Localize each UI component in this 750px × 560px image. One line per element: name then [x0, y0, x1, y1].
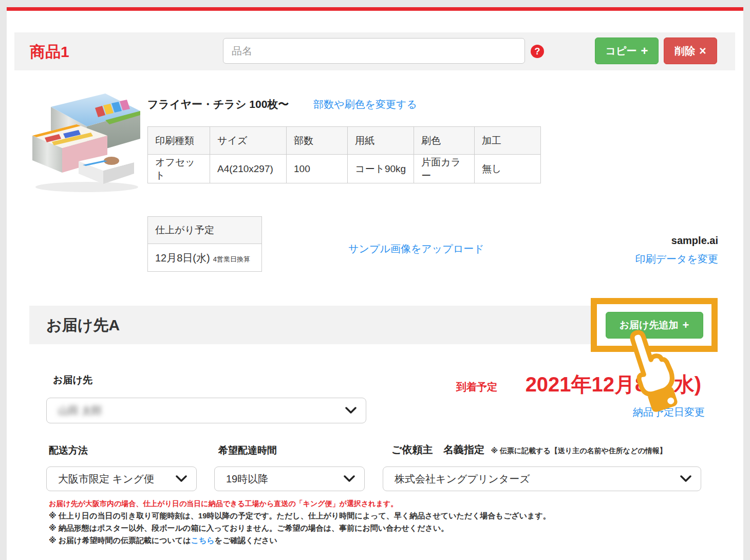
recipient-label: お届け先: [53, 374, 92, 387]
sender-value: 株式会社キングプリンターズ: [395, 472, 530, 486]
spec-value-row: オフセット A4(210x297) 100 コート90kg 片面カラー 無し: [148, 155, 541, 183]
copy-button[interactable]: コピー +: [595, 38, 659, 64]
spec-header: 印刷種類: [148, 127, 210, 155]
change-delivery-date-link[interactable]: 納品予定日変更: [633, 405, 705, 419]
chevron-down-icon: [680, 475, 691, 482]
plus-icon: +: [683, 319, 689, 332]
sender-select[interactable]: 株式会社キングプリンターズ: [383, 466, 701, 491]
finish-date-table: 仕上がり予定 12月8日(水) 4営業日換算: [147, 216, 262, 272]
sender-label: ご依頼主: [391, 444, 433, 455]
shipping-method-select[interactable]: 大阪市限定 キング便: [46, 466, 197, 491]
spec-value: オフセット: [148, 155, 210, 183]
recipient-value-blurred: 山田 太郎: [58, 404, 102, 418]
note-slip-post: をご確認ください: [215, 536, 277, 545]
spec-table: 印刷種類 サイズ 部数 用紙 刷色 加工 オフセット A4(210x297) 1…: [147, 126, 541, 183]
plus-icon: +: [641, 45, 648, 57]
highlight-annotation-box: お届け先追加 +: [591, 298, 718, 352]
note-pickup-time: ※ 仕上り日の当日の引き取り可能時刻は、19時以降の予定です。ただし、仕上がり時…: [49, 512, 717, 519]
spec-value: コート90kg: [348, 155, 414, 183]
product-name: フライヤー・チラシ 100枚〜: [147, 97, 289, 111]
product-name-input[interactable]: [223, 38, 525, 64]
delete-button-label: 削除: [674, 44, 695, 58]
spec-value: A4(210x297): [210, 155, 287, 183]
order-card: 商品1 ? コピー + 削除 ×: [7, 7, 743, 560]
help-icon[interactable]: ?: [531, 45, 544, 58]
recipient-select[interactable]: 山田 太郎: [46, 398, 366, 423]
spec-value: 片面カラー: [414, 155, 475, 183]
kochira-link[interactable]: こちら: [191, 536, 215, 545]
arrival-label: 到着予定: [456, 380, 497, 394]
spec-header: 刷色: [414, 127, 475, 155]
upload-sample-link[interactable]: サンプル画像をアップロード: [348, 242, 484, 256]
spec-header: サイズ: [210, 127, 287, 155]
delivery-time-select[interactable]: 19時以降: [214, 466, 365, 491]
arrival-date: 2021年12月8日(水): [526, 370, 701, 399]
product-photo-flyer-stacks: [29, 88, 142, 194]
spec-header: 部数: [287, 127, 348, 155]
chevron-down-icon: [176, 475, 187, 482]
change-print-data-link[interactable]: 印刷データを変更: [635, 252, 718, 266]
delivery-section-title: お届け先A: [46, 315, 120, 336]
shipping-method-value: 大阪市限定 キング便: [58, 472, 154, 486]
note-king-bin: お届け先が大阪市内の場合、仕上がり日の当日に納品できる工場から直送の「キング便」…: [49, 500, 717, 507]
finish-date-value: 12月8日(水): [155, 251, 210, 265]
shipping-method-label: 配送方法: [49, 444, 88, 457]
finish-date-note: 4営業日換算: [213, 255, 250, 264]
sender-note: ※ 伝票に記載する【送り主の名前や住所などの情報】: [491, 446, 666, 455]
delivery-notes: お届け先が大阪市内の場合、仕上がり日の当日に納品できる工場から直送の「キング便」…: [49, 500, 717, 549]
product-title: 商品1: [30, 42, 69, 63]
spec-header-row: 印刷種類 サイズ 部数 用紙 刷色 加工: [148, 127, 541, 155]
change-spec-link[interactable]: 部数や刷色を変更する: [313, 98, 417, 111]
note-slip-pre: ※ お届け希望時間の伝票記載については: [49, 536, 191, 545]
chevron-down-icon: [344, 475, 355, 482]
finish-date-header: 仕上がり予定: [148, 217, 261, 244]
delivery-time-value: 19時以降: [226, 472, 268, 486]
spec-header: 用紙: [348, 127, 414, 155]
add-destination-label: お届け先追加: [620, 319, 679, 332]
chevron-down-icon: [345, 407, 357, 414]
sender-label-line: ご依頼主 名義指定 ※ 伝票に記載する【送り主の名前や住所などの情報】: [391, 443, 667, 457]
spec-value: 無し: [475, 155, 541, 183]
spec-header: 加工: [475, 127, 541, 155]
note-slip-time: ※ お届け希望時間の伝票記載についてはこちらをご確認ください: [49, 536, 717, 544]
note-packaging: ※ 納品形態はポスター以外、段ボールの箱に入っておりません。ご希望の場合は、事前…: [49, 524, 717, 532]
delete-button[interactable]: 削除 ×: [664, 38, 717, 64]
spec-value: 100: [287, 155, 348, 183]
print-data-file-name: sample.ai: [671, 235, 718, 247]
sender-sublabel: 名義指定: [443, 444, 484, 455]
x-icon: ×: [699, 45, 706, 57]
add-destination-button[interactable]: お届け先追加 +: [606, 312, 703, 339]
copy-button-label: コピー: [606, 44, 637, 58]
delivery-time-label: 希望配達時間: [218, 444, 277, 457]
